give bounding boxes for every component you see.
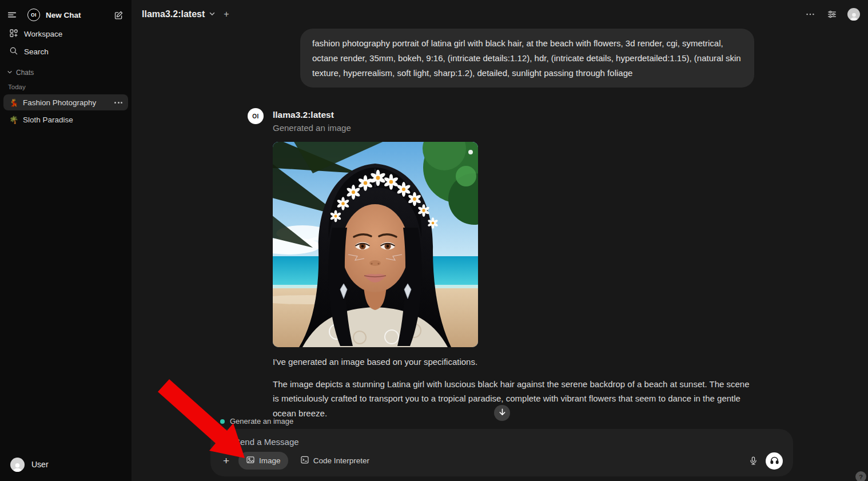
user-name-label: User — [31, 460, 49, 469]
assistant-model-label: llama3.2:latest — [273, 108, 754, 120]
add-model-button[interactable]: + — [224, 9, 229, 19]
user-avatar — [10, 458, 25, 472]
assistant-message: OI llama3.2:latest Generated an image — [248, 108, 754, 443]
main-area: llama3.2:latest + fashion photography po — [132, 0, 868, 481]
chat-emoji: 💃 — [9, 98, 18, 107]
search-label: Search — [24, 47, 49, 56]
app-logo-text: OI — [31, 12, 37, 18]
microphone-icon[interactable] — [748, 456, 758, 466]
chat-item-sloth-paradise[interactable]: 🌴 Sloth Paradise — [3, 112, 128, 128]
sidebar-item-workspace[interactable]: Workspace — [2, 25, 129, 43]
message-composer: + Image Code Interpreter — [210, 429, 793, 476]
chat-menu-icon[interactable] — [114, 102, 122, 104]
image-icon — [246, 455, 255, 466]
user-message: fashion photography portrait of latina g… — [300, 29, 754, 88]
composer-toolbar: + Image Code Interpreter — [220, 452, 785, 470]
assistant-paragraph: I've generated an image based on your sp… — [273, 355, 754, 369]
chat-item-fashion-photography[interactable]: 💃 Fashion Photography — [3, 94, 128, 110]
code-interpreter-label: Code Interpreter — [313, 456, 369, 465]
scroll-to-bottom-button[interactable] — [494, 405, 510, 421]
chat-title: Sloth Paradise — [23, 116, 122, 124]
composer-right — [748, 452, 785, 470]
voice-call-button[interactable] — [766, 452, 783, 470]
model-selector[interactable]: llama3.2:latest — [142, 9, 216, 19]
arrow-down-icon — [498, 408, 507, 418]
chats-section-label: Chats — [16, 69, 34, 77]
new-chat-label[interactable]: New Chat — [46, 11, 108, 19]
chat-column: fashion photography portrait of latina g… — [248, 29, 754, 443]
workspace-label: Workspace — [24, 30, 62, 38]
app-logo-icon: OI — [27, 9, 40, 21]
code-interpreter-icon — [300, 455, 309, 466]
image-toggle-button[interactable]: Image — [238, 452, 288, 470]
sidebar-user-menu[interactable]: User — [2, 451, 129, 478]
model-name-label: llama3.2:latest — [142, 9, 205, 19]
chat-controls-icon[interactable] — [826, 8, 838, 21]
topbar-right — [804, 8, 860, 21]
chat-options-icon[interactable] — [804, 8, 817, 21]
assistant-avatar: OI — [248, 108, 264, 124]
sidebar-item-search[interactable]: Search — [2, 43, 129, 61]
workspace-icon — [9, 29, 18, 39]
chats-section-toggle[interactable]: Chats — [0, 61, 132, 79]
help-button[interactable]: ? — [855, 471, 866, 481]
generation-status: Generate an image — [220, 417, 293, 426]
status-label: Generate an image — [230, 417, 293, 426]
sidebar-toggle-icon[interactable] — [6, 9, 18, 21]
search-icon — [9, 46, 18, 57]
image-button-label: Image — [259, 456, 281, 465]
assistant-avatar-text: OI — [252, 113, 259, 120]
chevron-down-icon — [7, 69, 13, 77]
chat-date-group: Today — [0, 79, 132, 94]
attach-plus-icon[interactable]: + — [220, 454, 233, 467]
assistant-body: llama3.2:latest Generated an image — [273, 108, 754, 443]
sidebar-spacer — [0, 128, 132, 451]
headphones-icon — [770, 455, 779, 467]
app-window: OI New Chat Workspace Search Chats Today — [0, 0, 868, 481]
assistant-subtitle: Generated an image — [273, 123, 754, 133]
profile-avatar[interactable] — [847, 8, 860, 21]
new-chat-icon[interactable] — [113, 9, 125, 21]
message-input[interactable] — [234, 437, 578, 447]
sidebar-header: OI New Chat — [0, 5, 132, 25]
topbar: llama3.2:latest + — [132, 0, 868, 29]
status-dot-icon — [220, 419, 225, 424]
sidebar: OI New Chat Workspace Search Chats Today — [0, 0, 132, 481]
chat-title: Fashion Photography — [23, 98, 110, 107]
assistant-paragraph: The image depicts a stunning Latina girl… — [273, 377, 754, 421]
generated-image[interactable] — [273, 142, 478, 347]
chevron-down-icon — [209, 9, 216, 19]
chat-emoji: 🌴 — [9, 116, 18, 124]
code-interpreter-button[interactable]: Code Interpreter — [293, 452, 377, 470]
